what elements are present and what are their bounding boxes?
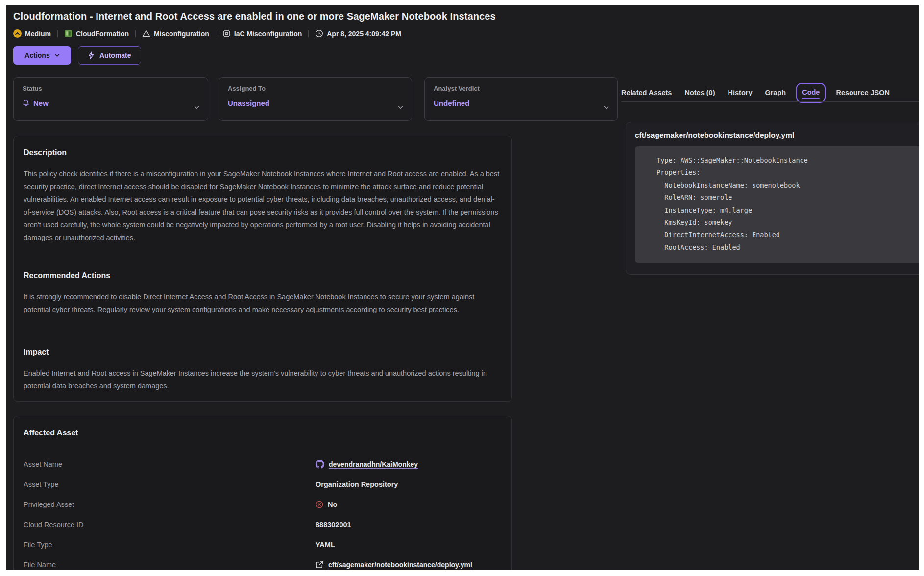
impact-body: Enabled Internet and Root access in Sage… xyxy=(24,367,503,392)
recommended-actions-body: It is strongly recommended to disable Di… xyxy=(24,290,503,316)
alert-detail-page: Cloudformation - Internet and Root Acces… xyxy=(6,5,919,570)
asset-name-link[interactable]: devendranadhn/KaiMonkey xyxy=(329,460,418,468)
affected-asset-heading: Affected Asset xyxy=(24,428,502,437)
chevron-down-icon[interactable] xyxy=(603,104,609,111)
code-panel: cft/sagemaker/notebookinstance/deploy.ym… xyxy=(626,122,919,275)
file-type-label: File Type xyxy=(24,541,316,549)
cloud-resource-id-value: 888302001 xyxy=(316,521,502,528)
code-line: NotebookInstanceName: somenotebook xyxy=(657,179,919,192)
subcategory-label: IaC Misconfiguration xyxy=(234,30,302,38)
asset-type-value: Organization Repository xyxy=(316,480,502,488)
code-line: RoleARN: somerole xyxy=(657,192,919,204)
iac-gear-icon xyxy=(222,29,231,38)
code-line: Type: AWS::SageMaker::NotebookInstance xyxy=(657,154,919,167)
page-title: Cloudformation - Internet and Root Acces… xyxy=(13,11,496,22)
automate-button-label: Automate xyxy=(99,51,131,59)
asset-name-label: Asset Name xyxy=(24,460,316,468)
privileged-asset-value: No xyxy=(328,501,337,508)
divider xyxy=(135,30,136,37)
screenshot-frame: Cloudformation - Internet and Root Acces… xyxy=(0,0,924,576)
tab-code-active-box[interactable]: Code xyxy=(796,83,826,103)
chevron-down-icon[interactable] xyxy=(194,104,200,111)
tab-graph[interactable]: Graph xyxy=(765,89,786,96)
status-dropdown[interactable]: Status New xyxy=(13,77,208,121)
affected-asset-card: Affected Asset Asset Name devendranadhn/… xyxy=(13,416,512,570)
code-line: DirectInternetAccess: Enabled xyxy=(657,229,919,241)
yaml-code-block[interactable]: Type: AWS::SageMaker::NotebookInstance P… xyxy=(635,146,919,263)
x-circle-icon xyxy=(316,501,323,508)
clock-icon xyxy=(315,29,323,38)
recommended-actions-heading: Recommended Actions xyxy=(24,271,502,280)
code-line: KmsKeyId: somekey xyxy=(657,216,919,229)
alert-meta-row: Medium CloudFormation Misconfiguration xyxy=(13,29,496,38)
analyst-verdict-dropdown[interactable]: Analyst Verdict Undefined xyxy=(424,77,618,121)
description-heading: Description xyxy=(24,148,502,157)
divider xyxy=(308,30,309,37)
alert-header: Cloudformation - Internet and Root Acces… xyxy=(13,11,496,65)
cloudformation-icon xyxy=(64,29,73,38)
actions-button-label: Actions xyxy=(24,51,49,59)
code-line: InstanceType: m4.large xyxy=(657,204,919,216)
github-icon xyxy=(316,460,324,469)
cloud-resource-id-label: Cloud Resource ID xyxy=(24,521,316,528)
tabs-divider xyxy=(621,101,919,102)
table-row: File Name cft/sagemaker/notebookinstance… xyxy=(24,554,502,570)
source-badge: CloudFormation xyxy=(64,29,129,38)
automate-button[interactable]: Automate xyxy=(78,46,141,65)
tab-resource-json[interactable]: Resource JSON xyxy=(836,89,890,96)
actions-button[interactable]: Actions xyxy=(13,46,71,65)
status-value: New xyxy=(33,99,49,107)
impact-heading: Impact xyxy=(24,347,502,357)
tab-code[interactable]: Code xyxy=(802,88,820,96)
table-row: File Type YAML xyxy=(24,534,502,554)
category-badge: Misconfiguration xyxy=(142,29,209,38)
lightning-bolt-icon xyxy=(88,51,95,59)
analyst-verdict-value: Undefined xyxy=(434,99,469,107)
table-row: Asset Type Organization Repository xyxy=(24,474,502,494)
chevron-down-icon xyxy=(54,53,60,58)
warning-triangle-icon xyxy=(142,29,150,38)
file-name-link[interactable]: cft/sagemaker/notebookinstance/deploy.ym… xyxy=(328,561,472,569)
category-label: Misconfiguration xyxy=(154,30,209,38)
tab-notes[interactable]: Notes (0) xyxy=(684,89,715,96)
chevron-down-icon[interactable] xyxy=(397,104,404,111)
file-type-value: YAML xyxy=(316,541,502,549)
assigned-to-value: Unassigned xyxy=(228,99,269,107)
assigned-to-dropdown[interactable]: Assigned To Unassigned xyxy=(219,77,412,121)
file-name-label: File Name xyxy=(24,561,316,569)
external-link-icon xyxy=(316,560,324,569)
status-label: Status xyxy=(23,85,199,92)
table-row: Cloud Resource ID 888302001 xyxy=(24,514,502,534)
severity-medium-icon xyxy=(13,29,22,38)
code-line: RootAccess: Enabled xyxy=(657,241,919,254)
tab-related-assets[interactable]: Related Assets xyxy=(621,89,672,96)
description-card: Description This policy check identifies… xyxy=(13,136,512,402)
header-actions-row: Actions Automate xyxy=(13,46,496,65)
bell-icon xyxy=(23,99,29,107)
description-body: This policy check identifies if there is… xyxy=(24,168,503,244)
divider xyxy=(216,30,216,37)
source-label: CloudFormation xyxy=(76,30,129,38)
subcategory-badge: IaC Misconfiguration xyxy=(222,29,302,38)
tab-history[interactable]: History xyxy=(728,89,752,96)
code-file-path: cft/sagemaker/notebookinstance/deploy.ym… xyxy=(635,131,919,140)
divider xyxy=(57,30,58,37)
asset-type-label: Asset Type xyxy=(24,480,316,488)
affected-asset-rows: Asset Name devendranadhn/KaiMonkey Asset… xyxy=(24,454,502,570)
table-row: Asset Name devendranadhn/KaiMonkey xyxy=(24,454,502,474)
timestamp-label: Apr 8, 2025 4:09:42 PM xyxy=(327,30,401,38)
table-row: Privileged Asset No xyxy=(24,494,502,514)
assigned-to-label: Assigned To xyxy=(228,85,403,92)
analyst-verdict-label: Analyst Verdict xyxy=(434,85,608,92)
code-line: Properties: xyxy=(657,167,919,179)
severity-label: Medium xyxy=(25,30,51,38)
severity-badge: Medium xyxy=(13,29,51,38)
active-tab-underline xyxy=(802,98,820,99)
timestamp-badge: Apr 8, 2025 4:09:42 PM xyxy=(315,29,401,38)
privileged-asset-label: Privileged Asset xyxy=(24,501,316,508)
